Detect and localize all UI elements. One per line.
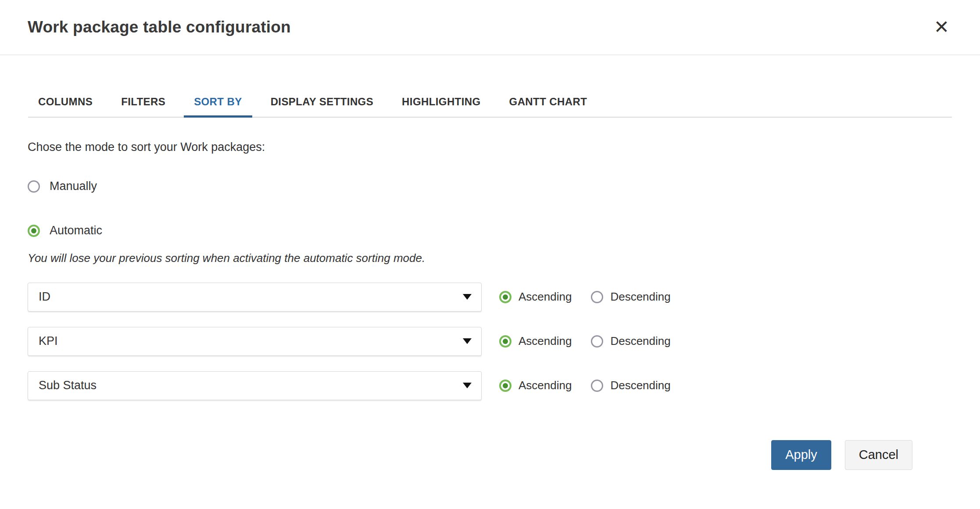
dialog-header: Work package table configuration ✕ — [0, 0, 980, 55]
descending-radio-label: Descending — [610, 334, 670, 348]
radio-indicator — [499, 335, 511, 348]
sort-criteria-select-1[interactable]: ID — [28, 283, 482, 312]
close-button[interactable]: ✕ — [934, 18, 949, 36]
work-package-table-configuration-dialog: Work package table configuration ✕ COLUM… — [0, 0, 980, 470]
dialog-footer: Apply Cancel — [28, 440, 952, 470]
tab-filters[interactable]: FILTERS — [111, 87, 175, 117]
caret-down-icon — [463, 294, 472, 300]
select-value: Sub Status — [39, 379, 97, 392]
radio-indicator — [591, 380, 603, 392]
apply-button[interactable]: Apply — [771, 440, 831, 470]
descending-radio-option[interactable]: Descending — [591, 379, 670, 392]
radio-indicator — [499, 291, 511, 303]
manually-radio-label: Manually — [50, 179, 97, 193]
tab-sort-by[interactable]: SORT BY — [184, 87, 252, 117]
ascending-radio-option[interactable]: Ascending — [499, 379, 572, 392]
sort-criteria-select-3[interactable]: Sub Status — [28, 371, 482, 400]
ascending-radio-option[interactable]: Ascending — [499, 334, 572, 348]
sort-direction-group-2: Ascending Descending — [499, 334, 690, 348]
automatic-radio-label: Automatic — [50, 224, 102, 237]
sort-row-1: ID Ascending Descending — [28, 283, 952, 312]
radio-indicator — [591, 291, 603, 303]
radio-indicator — [28, 225, 40, 237]
descending-radio-label: Descending — [610, 290, 670, 304]
caret-down-icon — [463, 383, 472, 388]
sort-row-2: KPI Ascending Descending — [28, 327, 952, 356]
descending-radio-label: Descending — [610, 379, 670, 392]
sorting-warning-note: You will lose your previous sorting when… — [28, 252, 952, 265]
radio-indicator — [28, 180, 40, 193]
sort-mode-prompt: Chose the mode to sort your Work package… — [28, 140, 952, 154]
tab-highlighting[interactable]: HIGHLIGHTING — [392, 87, 490, 117]
tab-display-settings[interactable]: DISPLAY SETTINGS — [261, 87, 383, 117]
manually-radio-option[interactable]: Manually — [28, 179, 97, 193]
dialog-title: Work package table configuration — [28, 18, 291, 36]
descending-radio-option[interactable]: Descending — [591, 290, 670, 304]
radio-indicator — [499, 380, 511, 392]
ascending-radio-label: Ascending — [519, 334, 572, 348]
sort-criteria-select-2[interactable]: KPI — [28, 327, 482, 356]
sort-row-3: Sub Status Ascending Descending — [28, 371, 952, 400]
sort-criteria-list: ID Ascending Descending KPI — [28, 283, 952, 400]
tab-bar: COLUMNS FILTERS SORT BY DISPLAY SETTINGS… — [28, 55, 952, 118]
sort-by-panel: Chose the mode to sort your Work package… — [0, 140, 980, 470]
ascending-radio-label: Ascending — [519, 290, 572, 304]
tab-columns[interactable]: COLUMNS — [28, 87, 103, 117]
automatic-radio-option[interactable]: Automatic — [28, 224, 102, 237]
radio-indicator — [591, 335, 603, 348]
sort-direction-group-3: Ascending Descending — [499, 379, 690, 392]
ascending-radio-label: Ascending — [519, 379, 572, 392]
caret-down-icon — [463, 338, 472, 344]
ascending-radio-option[interactable]: Ascending — [499, 290, 572, 304]
select-value: ID — [39, 290, 50, 304]
sort-direction-group-1: Ascending Descending — [499, 290, 690, 304]
close-icon: ✕ — [934, 17, 949, 37]
cancel-button[interactable]: Cancel — [845, 440, 912, 470]
tab-gantt-chart[interactable]: GANTT CHART — [499, 87, 597, 117]
select-value: KPI — [39, 334, 58, 348]
descending-radio-option[interactable]: Descending — [591, 334, 670, 348]
